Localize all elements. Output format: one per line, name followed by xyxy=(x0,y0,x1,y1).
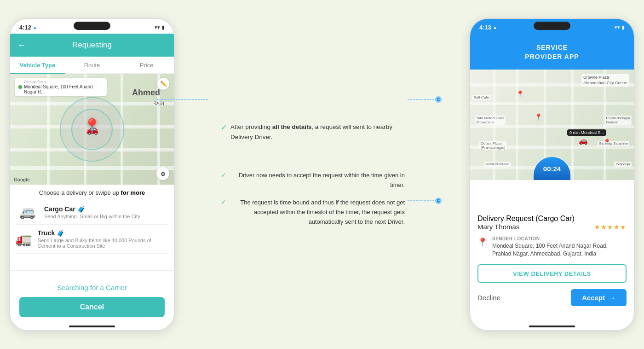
cancel-button[interactable]: Cancel xyxy=(19,297,165,317)
right-status-icons: ▾▾ ▮ xyxy=(615,24,625,30)
location-pin-icon: 📍 xyxy=(477,237,488,247)
left-header: ← Requesting xyxy=(10,34,174,57)
vehicle-list: Choose a delivery or swipe up for more 🚐… xyxy=(10,185,174,254)
truck-desc: Send Large and Bulky Items like 40,000 P… xyxy=(38,238,168,249)
decline-button[interactable]: Decline xyxy=(477,294,500,302)
map-area: Ahmed અમ 🚗 📍 Pickup from Mondeal Square,… xyxy=(10,74,174,185)
cargo-car-name: Cargo Car 🧳 xyxy=(44,205,140,213)
left-phone: 4:12 ▲ ▾▾ ▮ ← Requesting Vehicle Type Ro… xyxy=(9,18,175,331)
view-delivery-details-button[interactable]: VIEW DELIVERY DETAILS xyxy=(477,264,627,283)
right-notch xyxy=(534,22,570,30)
map-label-prahlad: PrahladadagarGarden xyxy=(605,116,632,125)
right-home-indicator xyxy=(529,326,575,327)
right-location-arrow-icon: ▲ xyxy=(493,25,497,30)
right-map-background: Crowne PlazaAhmedabad City Centre Salt C… xyxy=(470,70,634,180)
right-time: 4:13 ▲ xyxy=(479,24,497,31)
annotation-1: ✓ After providing all the details, a req… xyxy=(212,122,405,143)
scene: 4:12 ▲ ▾▾ ▮ ← Requesting Vehicle Type Ro… xyxy=(9,9,635,340)
bottom-panel: Searching for a Carrier Cancel xyxy=(10,270,174,330)
sender-location-label: SENDER LOCATION xyxy=(492,236,627,241)
truck-icon: 🚛 xyxy=(16,232,32,247)
map-label-saifal: Safal Profitaire xyxy=(484,162,511,167)
star-rating: ★★★★★ xyxy=(594,223,627,231)
left-notch xyxy=(74,22,110,30)
annotation-1-dot xyxy=(435,96,442,103)
cargo-car-desc: Send Anything -Small or Big within the C… xyxy=(44,214,140,219)
map-distance-marker: 0 min Mondeal S... xyxy=(567,129,606,136)
card-actions: Decline Accept → xyxy=(477,289,627,306)
timer-value: 00:24 xyxy=(543,165,561,173)
pickup-from-label: Pickup from xyxy=(24,80,103,84)
annotation-1-text: After providing all the details, a reque… xyxy=(230,122,405,143)
check-icon-1: ✓ xyxy=(221,123,227,132)
city-label: Ahmed xyxy=(132,88,160,98)
city-label-local: અમ xyxy=(153,99,165,107)
location-row: 📍 SENDER LOCATION Mondeal Square, 100 Fe… xyxy=(477,236,627,258)
pickup-dot xyxy=(18,85,22,89)
map-label-octant: Octant Pizza(Prahladnagar) xyxy=(479,141,506,150)
home-indicator xyxy=(69,326,115,327)
map-label-tata: Tata Motors CarsShowroom xyxy=(475,116,506,125)
map-pin-2: 📍 xyxy=(535,113,542,121)
right-battery-icon: ▮ xyxy=(622,24,625,30)
annotations-area: ✓ After providing all the details, a req… xyxy=(202,18,442,331)
map-label-crowne: Crowne PlazaAhmedabad City Centre xyxy=(581,74,629,87)
tab-bar: Vehicle Type Route Price xyxy=(10,57,174,74)
choose-text: Choose a delivery or swipe up for more xyxy=(16,185,168,200)
check-icon-2b: ✓ xyxy=(221,198,226,206)
vehicle-item-cargo[interactable]: 🚐 Cargo Car 🧳 Send Anything -Small or Bi… xyxy=(16,200,168,225)
accept-label: Accept xyxy=(582,294,605,302)
sender-address: Mondeal Square, 100 Feet Anand Nagar Roa… xyxy=(492,242,627,258)
back-button[interactable]: ← xyxy=(17,41,26,50)
cargo-car-info: Cargo Car 🧳 Send Anything -Small or Big … xyxy=(44,205,140,219)
delivery-card-title: Delivery Request (Cargo Car) xyxy=(477,215,627,223)
right-phone: 4:13 ▲ ▾▾ ▮ SERVICE PROVIDER APP xyxy=(469,18,635,331)
vehicle-item-truck[interactable]: 🚛 Truck 🧳 Send Large and Bulky Items lik… xyxy=(16,225,168,254)
tab-vehicle-type[interactable]: Vehicle Type xyxy=(10,57,65,74)
google-logo: Google xyxy=(14,177,29,182)
map-label-salt-cafe: Salt Cafe xyxy=(472,95,490,100)
cargo-car-icon: 🚐 xyxy=(16,204,39,220)
user-row: Mary Thomas ★★★★★ xyxy=(477,223,627,231)
map-pin-1: 📍 xyxy=(516,90,524,98)
service-provider-title: SERVICE PROVIDER APP xyxy=(525,43,579,61)
pickup-label: Pickup from Mondeal Square, 100 Feet Ana… xyxy=(15,78,107,96)
map-label-petpooja: Petpooja xyxy=(614,162,632,167)
timer-arc: 00:24 xyxy=(534,157,570,180)
right-notch-bar: 4:13 ▲ ▾▾ ▮ xyxy=(470,19,634,34)
right-time-text: 4:13 xyxy=(479,24,491,31)
right-wifi-icon: ▾▾ xyxy=(615,24,620,30)
right-map: Crowne PlazaAhmedabad City Centre Salt C… xyxy=(470,70,634,180)
searching-text: Searching for a Carrier xyxy=(57,284,127,291)
check-icon-2a: ✓ xyxy=(221,171,226,179)
left-time: 4:12 ▲ xyxy=(19,24,37,31)
battery-icon: ▮ xyxy=(162,24,165,30)
annotation-2: ✓ Driver now needs to accept the request… xyxy=(212,170,405,227)
delivery-card: Delivery Request (Cargo Car) Mary Thomas… xyxy=(470,207,634,312)
edit-button[interactable]: ✏️ xyxy=(157,78,169,90)
truck-info: Truck 🧳 Send Large and Bulky Items like … xyxy=(38,229,168,249)
page-title: Requesting xyxy=(72,41,112,50)
map-background: Ahmed અમ 🚗 📍 Pickup from Mondeal Square,… xyxy=(10,74,174,185)
location-arrow-icon: ▲ xyxy=(33,25,37,30)
map-pin-icon: 📍 xyxy=(83,117,101,135)
location-info: SENDER LOCATION Mondeal Square, 100 Feet… xyxy=(492,236,627,258)
locate-button[interactable]: ⊕ xyxy=(156,167,169,180)
tab-route[interactable]: Route xyxy=(65,57,120,74)
accept-button[interactable]: Accept → xyxy=(571,289,627,306)
annotation-2-line1: Driver now needs to accept the request w… xyxy=(230,170,405,190)
map-car-marker: 🚗 xyxy=(579,136,588,145)
right-header: SERVICE PROVIDER APP xyxy=(470,34,634,70)
map-pin-3: 📍 xyxy=(603,139,611,146)
annotation-2-line2: The request is time bound and thus if th… xyxy=(230,198,405,227)
accept-arrow-icon: → xyxy=(609,294,615,302)
left-time-text: 4:12 xyxy=(19,24,31,31)
left-notch-bar: 4:12 ▲ ▾▾ ▮ xyxy=(10,19,174,34)
map-label-sankalp: Sankalp Sapphire xyxy=(598,141,629,146)
user-name: Mary Thomas xyxy=(477,223,519,231)
left-status-icons: ▾▾ ▮ xyxy=(155,24,165,30)
tab-price[interactable]: Price xyxy=(119,57,174,74)
wifi-icon: ▾▾ xyxy=(155,24,160,30)
annotation-2-dot xyxy=(435,198,442,204)
truck-name: Truck 🧳 xyxy=(38,229,168,237)
